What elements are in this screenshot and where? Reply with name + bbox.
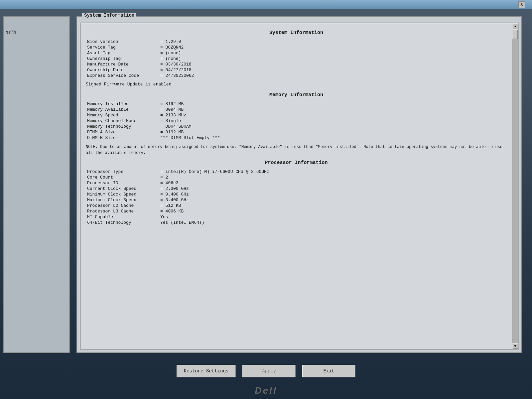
table-row: Memory Channel Mode= Single (86, 118, 507, 124)
field-value: = 0.400 GHz (159, 192, 507, 197)
field-label: Ownership Date (86, 67, 159, 73)
table-row: DIMM A Size= 8192 MB (86, 129, 507, 135)
field-label: Ownership Tag (86, 56, 159, 62)
table-row: Ownership Tag= (none) (86, 56, 507, 62)
field-value: = 24730230062 (159, 73, 507, 78)
table-row: Core Count= 2 (86, 175, 507, 180)
field-value: = 2133 MHz (159, 112, 507, 118)
dell-logo-area: Dell (0, 382, 532, 399)
field-label: Memory Installed (86, 101, 159, 107)
table-row: Processor Type= Intel(R) Core(TM) i7-660… (86, 169, 507, 175)
field-label: 64-Bit Technology (86, 220, 159, 225)
apply-button[interactable]: Apply (242, 365, 296, 377)
field-value: = Single (159, 118, 507, 124)
field-label: Service Tag (86, 45, 159, 50)
field-value: = DDR4 SDRAM (159, 124, 507, 129)
field-label: Processor L2 Cache (86, 203, 159, 208)
field-label: DIMM B Size (86, 135, 159, 141)
field-value: = 2 (159, 175, 507, 180)
field-value: = BCZQNN2 (159, 45, 507, 50)
field-value: = 1.29.0 (159, 39, 507, 45)
field-label: Maximum Clock Speed (86, 197, 159, 203)
field-value: = 8192 MB (159, 101, 507, 107)
table-row: Memory Speed= 2133 MHz (86, 112, 507, 118)
field-value: = 8192 MB (159, 129, 507, 135)
scroll-content: System Information Bios version= 1.29.0S… (80, 23, 512, 349)
processor-info-table: Processor Type= Intel(R) Core(TM) i7-660… (86, 169, 507, 225)
group-legend: System Information (82, 13, 136, 18)
bottom-bar: Restore Settings Apply Exit (0, 360, 532, 382)
scrollbar-track[interactable] (512, 29, 518, 343)
table-row: 64-Bit TechnologyYes (Intel EM64T) (86, 220, 507, 225)
table-row: Memory Available= 8094 MB (86, 107, 507, 112)
table-row: Processor L2 Cache= 512 KB (86, 203, 507, 208)
table-row: Processor ID= 406e3 (86, 180, 507, 186)
exit-button[interactable]: Exit (302, 365, 355, 377)
processor-info-title: Processor Information (86, 160, 507, 166)
field-label: Express Service Code (86, 73, 159, 78)
system-info-table: Bios version= 1.29.0Service Tag= BCZQNN2… (86, 39, 507, 78)
restore-settings-button[interactable]: Restore Settings (177, 365, 236, 377)
screen-background: X nsTM System Information System Informa… (0, 0, 532, 399)
field-label: Processor L3 Cache (86, 208, 159, 214)
memory-note: NOTE: Due to an amount of memory being a… (86, 144, 507, 156)
field-label: HT Capable (86, 214, 159, 220)
table-row: Current Clock Speed= 2.300 GHz (86, 186, 507, 192)
table-row: Memory Technology= DDR4 SDRAM (86, 124, 507, 129)
table-row: Asset Tag= (none) (86, 50, 507, 56)
dell-logo: Dell (255, 385, 277, 396)
field-value: = 2.300 GHz (159, 186, 507, 192)
main-content: nsTM System Information System Informati… (0, 9, 532, 360)
field-value: Yes (Intel EM64T) (159, 220, 507, 225)
system-info-title: System Information (86, 30, 507, 36)
field-value: = (none) (159, 50, 507, 56)
field-label: Bios version (86, 39, 159, 45)
field-label: Memory Available (86, 107, 159, 112)
left-panel: nsTM (3, 16, 70, 353)
table-row: Maximum Clock Speed= 3.400 GHz (86, 197, 507, 203)
field-value: = (none) (159, 56, 507, 62)
left-panel-label: nsTM (6, 30, 16, 35)
field-value: = Intel(R) Core(TM) i7-6600U CPU @ 2.60G… (159, 169, 507, 175)
table-row: Memory Installed= 8192 MB (86, 101, 507, 107)
field-label: Manufacture Date (86, 62, 159, 67)
field-label: Current Clock Speed (86, 186, 159, 192)
field-label: DIMM A Size (86, 129, 159, 135)
field-label: Processor ID (86, 180, 159, 186)
memory-info-title: Memory Information (86, 92, 507, 98)
memory-info-table: Memory Installed= 8192 MBMemory Availabl… (86, 101, 507, 141)
table-row: Ownership Date= 04/27/2018 (86, 67, 507, 73)
table-row: Express Service Code= 24730230062 (86, 73, 507, 78)
field-label: Memory Speed (86, 112, 159, 118)
scrollbar[interactable]: ▲ ▼ (512, 23, 518, 349)
table-row: Bios version= 1.29.0 (86, 39, 507, 45)
table-row: Manufacture Date= 03/30/2018 (86, 62, 507, 67)
system-info-group: System Information System Information Bi… (76, 16, 522, 353)
field-value: = 512 KB (159, 203, 507, 208)
table-row: DIMM B Size*** DIMM Slot Empty *** (86, 135, 507, 141)
field-value: Yes (159, 214, 507, 220)
table-row: Service Tag= BCZQNN2 (86, 45, 507, 50)
scroll-down-arrow[interactable]: ▼ (512, 343, 518, 349)
close-button[interactable]: X (518, 1, 525, 8)
field-value: = 8094 MB (159, 107, 507, 112)
field-label: Minimum Clock Speed (86, 192, 159, 197)
field-value: = 3.400 GHz (159, 197, 507, 203)
field-value: = 4096 KB (159, 208, 507, 214)
field-value: = 406e3 (159, 180, 507, 186)
field-value: *** DIMM Slot Empty *** (159, 135, 507, 141)
table-row: Minimum Clock Speed= 0.400 GHz (86, 192, 507, 197)
table-row: Processor L3 Cache= 4096 KB (86, 208, 507, 214)
scroll-container[interactable]: System Information Bios version= 1.29.0S… (80, 23, 519, 350)
field-value: = 03/30/2018 (159, 62, 507, 67)
field-label: Processor Type (86, 169, 159, 175)
field-value: = 04/27/2018 (159, 67, 507, 73)
top-bar: X (0, 0, 532, 9)
field-label: Memory Channel Mode (86, 118, 159, 124)
scroll-up-arrow[interactable]: ▲ (512, 23, 518, 29)
field-label: Asset Tag (86, 50, 159, 56)
field-label: Core Count (86, 175, 159, 180)
firmware-note: Signed Firmware Update is enabled (86, 82, 507, 87)
field-label: Memory Technology (86, 124, 159, 129)
scrollbar-thumb[interactable] (512, 29, 518, 39)
